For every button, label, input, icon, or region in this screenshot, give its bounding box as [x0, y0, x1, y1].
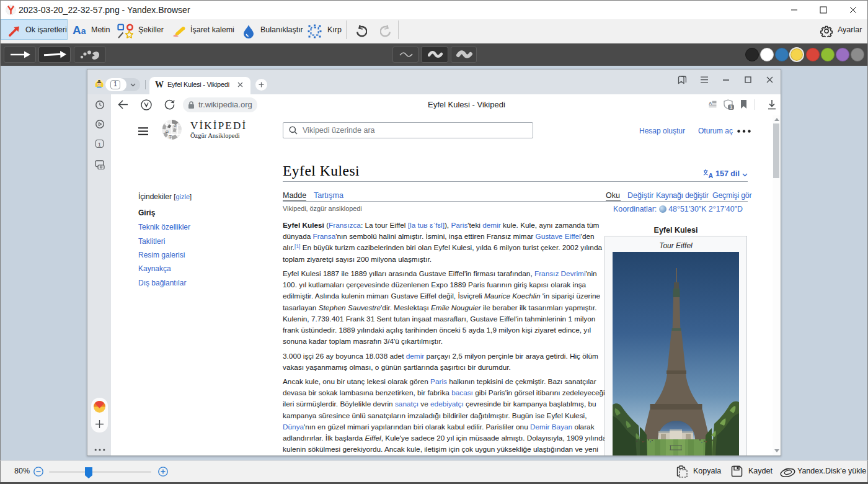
svg-text:字: 字 [169, 135, 172, 139]
svg-text:A: A [709, 101, 712, 106]
svg-text:1: 1 [730, 104, 732, 110]
svg-text:W: W [174, 124, 177, 128]
svg-text:Ω: Ω [166, 129, 169, 133]
svg-text:A: A [709, 172, 714, 179]
